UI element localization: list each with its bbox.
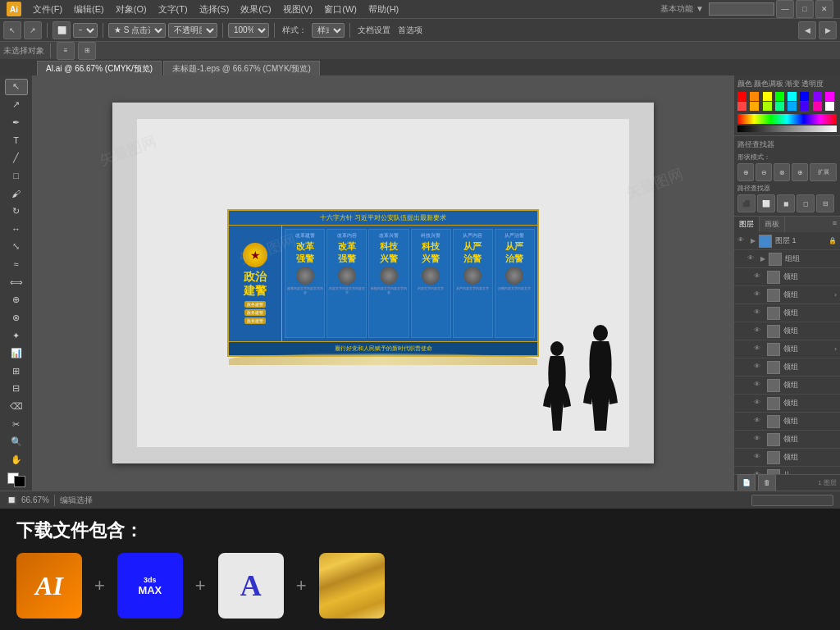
distribute-btn[interactable]: ⊞ xyxy=(78,42,96,60)
brush-select[interactable]: ★ S 点击选... xyxy=(108,23,166,38)
tab-2[interactable]: 未标题-1.eps @ 66.67% (CMYK/预览) xyxy=(163,61,320,75)
color-purple[interactable] xyxy=(813,92,822,101)
minimize-button[interactable]: — xyxy=(776,0,794,18)
shape-int[interactable]: ⊗ xyxy=(774,163,790,181)
layer-item[interactable]: 👁 ▶ 组组 xyxy=(734,250,840,268)
color-sky[interactable] xyxy=(788,102,797,111)
layer-item[interactable]: 👁 领组 › xyxy=(734,286,840,304)
shape-exc[interactable]: ⊕ xyxy=(792,163,808,181)
layer-lock-icon[interactable]: 🔒 xyxy=(829,237,837,244)
hand-tool[interactable]: ✋ xyxy=(5,452,28,468)
menu-object[interactable]: 对象(O) xyxy=(111,2,152,17)
menu-text[interactable]: 文字(T) xyxy=(153,2,193,17)
mirror-tool[interactable]: ↔ xyxy=(5,221,28,237)
layer-item[interactable]: 👁 领组 › xyxy=(734,340,840,358)
delete-layer-btn[interactable]: 🗑 xyxy=(758,474,776,491)
restore-button[interactable]: □ xyxy=(796,0,814,18)
direct-select-btn[interactable]: ↗ xyxy=(24,21,42,39)
layer-item[interactable]: 👁 ▶ 图层 1 🔒 xyxy=(734,232,840,250)
blend-tool[interactable]: ⊗ xyxy=(5,310,28,326)
shape-build-tool[interactable]: ⊕ xyxy=(5,292,28,308)
layer-item[interactable]: 👁 领组 xyxy=(734,395,840,413)
align-btn[interactable]: ≡ xyxy=(57,42,75,60)
layer-eye-icon[interactable]: 👁 xyxy=(754,399,764,409)
canvas-area[interactable]: 矢量图网 矢量图网 矢量图网 十六字方针 习近平对公安队伍提出最新要求 ★ 政治 xyxy=(33,75,733,491)
layer-item[interactable]: 👁 领组 xyxy=(734,449,840,467)
color-amber[interactable] xyxy=(750,102,759,111)
shape-add[interactable]: ⊕ xyxy=(737,163,754,181)
layer-eye-icon[interactable]: 👁 xyxy=(747,254,757,264)
eraser-tool[interactable]: ⌫ xyxy=(5,399,28,415)
color-indigo[interactable] xyxy=(800,102,809,111)
pf-2[interactable]: ⬜ xyxy=(757,194,775,212)
layer-eye-icon[interactable]: 👁 xyxy=(737,236,747,246)
color-magenta[interactable] xyxy=(825,92,834,101)
menu-window[interactable]: 窗口(W) xyxy=(319,2,362,17)
line-tool[interactable]: ╱ xyxy=(5,150,28,167)
layer-eye-icon[interactable]: 👁 xyxy=(754,381,764,390)
shape-sub[interactable]: ⊖ xyxy=(756,163,772,181)
pf-4[interactable]: ◻ xyxy=(797,194,815,212)
pf-5[interactable]: ⊟ xyxy=(816,194,834,212)
warp-tool[interactable]: ≈ xyxy=(5,257,28,273)
color-tab[interactable]: 颜色 xyxy=(737,79,752,89)
pf-1[interactable]: ⬛ xyxy=(737,194,756,212)
color-bw[interactable] xyxy=(737,126,837,132)
expand-btn[interactable]: 扩展 xyxy=(810,163,837,181)
style-select[interactable]: 样式 xyxy=(312,23,345,38)
layer-expand-icon[interactable]: ▶ xyxy=(751,237,756,244)
layer-eye-icon[interactable]: 👁 xyxy=(754,435,764,445)
nav-btn-1[interactable]: ◀ xyxy=(798,21,816,39)
layers-tab-artboard[interactable]: 画板 xyxy=(760,217,785,232)
paintbrush-tool[interactable]: 🖌 xyxy=(5,185,28,202)
color-blue[interactable] xyxy=(800,92,809,101)
document-settings[interactable]: 文档设置 xyxy=(355,25,393,36)
layer-item[interactable]: 👁 领组 xyxy=(734,304,840,322)
color-rose[interactable] xyxy=(813,102,822,111)
layer-item[interactable]: 👁 领组 xyxy=(734,431,840,449)
gradient-tab[interactable]: 渐变 xyxy=(785,79,800,89)
color-orange[interactable] xyxy=(750,92,759,101)
new-layer-btn[interactable]: 📄 xyxy=(737,474,756,491)
layer-eye-icon[interactable]: 👁 xyxy=(754,453,764,463)
nav-btn-2[interactable]: ▶ xyxy=(819,21,837,39)
layer-eye-icon[interactable]: 👁 xyxy=(754,272,764,282)
search-input[interactable] xyxy=(709,2,774,16)
symbol-tool[interactable]: ✦ xyxy=(5,327,28,344)
layer-item[interactable]: 👁 领组 xyxy=(734,322,840,340)
menu-edit[interactable]: 编辑(E) xyxy=(69,2,109,17)
select-tool-btn[interactable]: ↖ xyxy=(3,21,21,39)
menu-file[interactable]: 文件(F) xyxy=(28,2,67,17)
tab-1[interactable]: Al.ai @ 66.67% (CMYK/预览) xyxy=(37,61,162,75)
color-yellow[interactable] xyxy=(763,92,772,101)
layer-item[interactable]: 👁 领组 xyxy=(734,377,840,395)
color-mint[interactable] xyxy=(775,102,784,111)
color-red[interactable] xyxy=(737,92,746,101)
opacity-select[interactable]: 不透明度 xyxy=(168,23,217,38)
stroke-select[interactable]: ─ xyxy=(73,23,98,38)
layer-item[interactable]: 👁 领组 xyxy=(734,358,840,377)
menu-view[interactable]: 视图(V) xyxy=(278,2,318,17)
close-button[interactable]: ✕ xyxy=(815,0,833,18)
type-tool[interactable]: T xyxy=(5,132,28,148)
layer-item[interactable]: 👁 领组 xyxy=(734,268,840,286)
graph-tool[interactable]: 📊 xyxy=(5,345,28,362)
zoom-tool[interactable]: 🔍 xyxy=(5,434,28,450)
layer-eye-icon[interactable]: 👁 xyxy=(754,326,764,336)
layer-item[interactable]: 👁 领组 xyxy=(734,413,840,431)
scale-tool[interactable]: ⤡ xyxy=(5,239,28,255)
layer-expand-icon[interactable]: ▶ xyxy=(760,255,765,262)
color-cyan[interactable] xyxy=(788,92,797,101)
scissors-tool[interactable]: ✂ xyxy=(5,416,28,432)
transparency-tab[interactable]: 透明度 xyxy=(801,79,824,89)
rect-tool[interactable]: □ xyxy=(5,167,28,184)
layers-tab-main[interactable]: 图层 xyxy=(734,217,760,232)
slice-tool[interactable]: ⊟ xyxy=(5,381,28,397)
color-spectrum[interactable] xyxy=(737,114,837,124)
menu-select[interactable]: 选择(S) xyxy=(194,2,235,17)
color-green[interactable] xyxy=(775,92,784,101)
stroke-btn[interactable]: ⬜ xyxy=(52,21,71,39)
layer-eye-icon[interactable]: 👁 xyxy=(754,363,764,372)
menu-effect[interactable]: 效果(C) xyxy=(235,2,276,17)
layer-item[interactable]: 👁 从 xyxy=(734,467,840,474)
